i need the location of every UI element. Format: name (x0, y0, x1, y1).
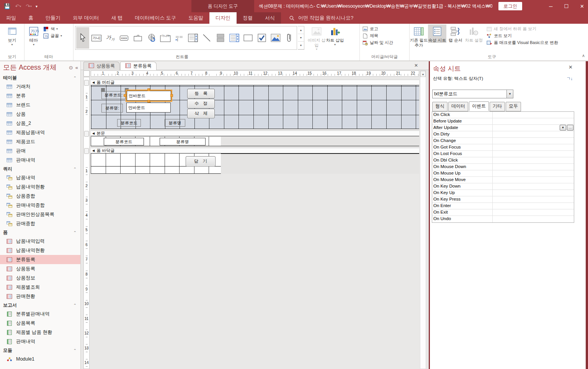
check-box-icon[interactable] (255, 27, 268, 49)
nav-item-제품코드[interactable]: 제품코드 (0, 137, 80, 146)
collapse-group-icon[interactable]: ⌃ (74, 230, 77, 235)
close-form-button[interactable]: 닫 기 (186, 156, 216, 167)
controls-gallery-scroll[interactable]: ▲▼▼ (298, 26, 304, 50)
property-tab-형식[interactable]: 형식 (432, 102, 448, 111)
fonts-button[interactable]: 가글꼴▾ (43, 33, 62, 39)
label-icon[interactable]: 가가 (104, 27, 117, 49)
section-bar-form-footer[interactable]: ◀폼 바닥글 (91, 148, 419, 153)
nav-group-header-모듈[interactable]: 모듈⌃ (0, 346, 80, 354)
property-value[interactable] (493, 118, 574, 124)
ribbon-tab-도움말[interactable]: 도움말 (182, 12, 209, 24)
property-tab-이벤트[interactable]: 이벤트 (469, 101, 489, 111)
nav-item-거래처[interactable]: 거래처 (0, 82, 80, 91)
nav-group-header-테이블[interactable]: 테이블⌃ (0, 73, 80, 82)
nav-item-제품별조회[interactable]: 제품별조회 (0, 282, 80, 292)
ribbon-tab-정렬[interactable]: 정렬 (237, 12, 259, 24)
selection-handle[interactable] (124, 94, 126, 97)
section-bar-detail[interactable]: ◀본문 (91, 131, 419, 136)
nav-item-판매내역[interactable]: 판매내역 (0, 337, 80, 346)
convert-macros-button[interactable]: 폼 매크로를 Visual Basic으로 변환 (486, 40, 558, 46)
ribbon-tab-홈[interactable]: 홈 (22, 12, 39, 24)
image-icon[interactable] (269, 27, 282, 49)
doc-tab-분류등록[interactable]: 분류등록 (120, 62, 157, 70)
collapse-group-icon[interactable]: ⌃ (74, 348, 77, 353)
object-selector[interactable]: txt분류코드 ▼ (432, 90, 513, 98)
footer-grid-extension[interactable] (221, 153, 419, 174)
nav-item-판매[interactable]: 판매 (0, 146, 80, 155)
nav-item-상품종합[interactable]: 상품종합 (0, 191, 80, 201)
web-browser-icon[interactable] (145, 27, 158, 49)
nav-item-상품_2[interactable]: 상품_2 (0, 119, 80, 128)
selection-handle[interactable] (147, 100, 150, 103)
property-value[interactable] (493, 138, 574, 144)
nav-item-상품[interactable]: 상품 (0, 109, 80, 119)
ruler-corner-box[interactable] (83, 70, 90, 77)
line-icon[interactable] (200, 27, 213, 49)
property-tab-모두[interactable]: 모두 (506, 102, 521, 111)
property-value[interactable] (493, 157, 574, 163)
detail-textbox-code[interactable]: 분류코드 (104, 138, 144, 145)
view-button[interactable]: 보기▾ (3, 24, 21, 46)
sort-icon[interactable]: ㄱ↓ (567, 76, 573, 82)
colors-button[interactable]: 색▾ (43, 26, 62, 32)
nav-item-납품내역현황[interactable]: 납품내역현황 (0, 246, 80, 255)
tell-me-search[interactable]: 어떤 작업을 원하시나요? (281, 12, 353, 24)
collapse-group-icon[interactable]: ⌃ (74, 76, 77, 80)
login-button[interactable]: 로그인 (498, 2, 522, 10)
textbox-name[interactable]: 언바운드 (126, 103, 171, 113)
ribbon-tab-새 탭[interactable]: 새 탭 (105, 12, 129, 24)
nav-item-상품목록[interactable]: 상품목록 (0, 318, 80, 328)
property-sheet-close-icon[interactable]: ✕ (568, 64, 573, 70)
property-sheet-button[interactable]: 속성 시트 (428, 24, 446, 43)
ribbon-tab-데이터베이스 도구[interactable]: 데이터베이스 도구 (129, 12, 182, 24)
register-button[interactable]: 등 록 (187, 89, 215, 98)
collapse-ribbon-icon[interactable]: ∧ (582, 53, 585, 58)
page-break-icon[interactable] (173, 27, 186, 49)
modify-button[interactable]: 수 정 (187, 99, 215, 108)
nav-group-header-폼[interactable]: 폼⌃ (0, 228, 80, 237)
section-bar-form-header[interactable]: ◀폼 머리글 (91, 80, 419, 85)
nav-item-상품등록[interactable]: 상품등록 (0, 264, 80, 273)
selection-handle[interactable] (147, 88, 150, 91)
logo-button[interactable]: 로고 (362, 26, 409, 32)
close-icon[interactable]: ✕ (580, 3, 584, 9)
title-button[interactable]: 제목 (362, 33, 409, 39)
redo-icon[interactable]: ↷▾ (26, 3, 32, 9)
customize-qat-icon[interactable]: ▾ (36, 4, 38, 8)
textbox-code-selected[interactable]: 언바운드 (127, 91, 171, 101)
nav-group-header-쿼리[interactable]: 쿼리⌃ (0, 165, 80, 173)
nav-item-제품별 납품 현황[interactable]: 제품별 납품 현황 (0, 328, 80, 337)
list-box-icon[interactable] (228, 27, 241, 49)
chart-settings-button[interactable]: 차트 설정 (465, 24, 483, 43)
label-code[interactable]: 분류코드: (101, 91, 126, 99)
select-pointer-icon[interactable] (76, 27, 89, 49)
detail-textbox-name[interactable]: 분류명 (160, 138, 206, 145)
insert-chart-button[interactable]: 차트 삽입▾ (326, 24, 344, 51)
nav-item-판매종합[interactable]: 판매종합 (0, 219, 80, 228)
property-value[interactable] (493, 203, 574, 209)
nav-item-분류등록[interactable]: 분류등록 (0, 255, 80, 264)
property-value[interactable] (493, 183, 574, 189)
subform-icon[interactable] (214, 27, 227, 49)
tab-order-button[interactable]: 탭 순서 (446, 24, 465, 43)
nav-item-판매안된상품목록[interactable]: 판매안된상품목록 (0, 210, 80, 219)
ribbon-tab-외부 데이터[interactable]: 외부 데이터 (67, 12, 105, 24)
chevron-down-icon[interactable]: ▼ (506, 90, 513, 98)
property-value[interactable] (493, 131, 574, 137)
property-tab-데이터[interactable]: 데이터 (448, 102, 468, 111)
ribbon-tab-만들기[interactable]: 만들기 (39, 12, 67, 24)
rectangle-icon[interactable] (242, 27, 255, 49)
ribbon-tab-파일[interactable]: 파일 (0, 12, 22, 24)
property-tab-기타[interactable]: 기타 (490, 102, 505, 111)
tab-control-icon[interactable] (131, 27, 144, 49)
column-label-code[interactable]: 분류코드 (117, 119, 141, 127)
doc-tab-상품등록[interactable]: 상품등록 (83, 62, 120, 70)
nav-item-분류별판매내역[interactable]: 분류별판매내역 (0, 309, 80, 318)
property-value[interactable] (493, 190, 574, 196)
save-icon[interactable]: 💾 (4, 3, 10, 9)
shutter-bar-close-icon[interactable]: « (75, 65, 78, 70)
property-value[interactable] (493, 164, 574, 170)
detail-grid-extension[interactable] (221, 137, 419, 146)
ribbon-tab-서식[interactable]: 서식 (259, 12, 281, 24)
text-box-icon[interactable]: 가나| (90, 27, 103, 49)
